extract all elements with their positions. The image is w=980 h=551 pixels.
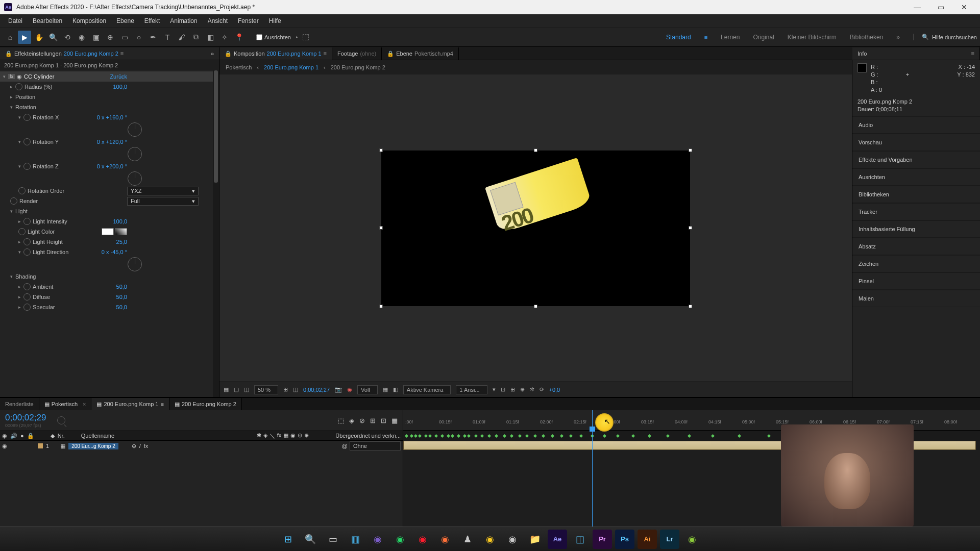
photoshop-icon[interactable]: Ps [615, 530, 634, 549]
keyframe[interactable] [440, 434, 444, 438]
anchor-tool-icon[interactable]: ⊕ [104, 31, 117, 44]
switch-col-icon[interactable]: ◉ [290, 432, 296, 440]
obs-icon[interactable]: ◉ [503, 530, 522, 549]
eraser-tool-icon[interactable]: ◧ [204, 31, 217, 44]
keyframe[interactable] [569, 434, 573, 438]
tl-tab-renderliste[interactable]: Renderliste [0, 398, 39, 410]
opera-icon[interactable]: ◉ [413, 530, 432, 549]
pixel-icon[interactable]: ▾ [493, 386, 496, 393]
keyframe[interactable] [418, 434, 422, 438]
app-icon[interactable]: ◫ [570, 530, 590, 549]
menu-datei[interactable]: Datei [3, 15, 28, 27]
stopwatch-icon[interactable] [23, 238, 31, 245]
premiere-icon[interactable]: Pr [593, 530, 612, 549]
keyframe[interactable] [711, 434, 715, 438]
whatsapp-icon[interactable]: ◉ [390, 530, 410, 549]
keyframe[interactable] [414, 434, 418, 438]
menu-animation[interactable]: Animation [165, 15, 202, 27]
transform-handle[interactable] [534, 148, 537, 152]
prop-rotation-x[interactable]: ▾Rotation X0 x +160,0 ° [0, 112, 219, 122]
transform-handle[interactable] [689, 226, 692, 230]
widgets-icon[interactable]: ▥ [346, 530, 365, 549]
tab-komposition[interactable]: 🔒 Komposition 200 Euro.png Komp 1 ≡ [219, 47, 332, 60]
color-icon[interactable]: ◉ [347, 386, 352, 393]
transform-handle[interactable] [379, 148, 383, 152]
accordion-audio[interactable]: Audio [852, 116, 980, 134]
breadcrumb-level1[interactable]: 200 Euro.png Komp 1 [264, 64, 318, 70]
3d-icon[interactable]: ◧ [393, 386, 398, 393]
tab-ebene[interactable]: 🔒 Ebene Pokertisch.mp4 [382, 47, 459, 60]
home-icon[interactable]: ⌂ [4, 31, 17, 44]
prop-light-direction[interactable]: ▾Light Direction0 x -45,0 ° [0, 247, 219, 257]
keyframe[interactable] [579, 434, 583, 438]
menu-komposition[interactable]: Komposition [67, 15, 111, 27]
rotation-y-dial[interactable] [128, 147, 142, 161]
switches-icon[interactable]: ▦ [391, 417, 398, 424]
views-select[interactable]: 1 Ansi... [456, 385, 487, 394]
orbit-tool-icon[interactable]: ⟲ [61, 31, 74, 44]
eyedropper-icon[interactable] [115, 228, 127, 235]
keyframe[interactable] [560, 434, 564, 438]
prop-light-height[interactable]: ▸Light Height25,0 [0, 237, 219, 247]
refresh-icon[interactable]: ⟳ [540, 386, 544, 393]
clone-tool-icon[interactable]: ⧉ [189, 31, 203, 44]
playhead[interactable] [592, 410, 593, 540]
keyframe[interactable] [434, 434, 438, 438]
graph-editor-icon[interactable]: ⊞ [370, 417, 376, 424]
selection-tool-icon[interactable]: ▶ [18, 31, 31, 44]
rotation-z-dial[interactable] [128, 171, 142, 186]
menu-ansicht[interactable]: Ansicht [203, 15, 233, 27]
tl-tab-komp1[interactable]: ▦200 Euro.png Komp 1≡ [91, 398, 169, 410]
transform-handle[interactable] [689, 305, 692, 308]
stopwatch-icon[interactable] [18, 187, 26, 194]
transform-handle[interactable] [379, 226, 383, 230]
chevron-left-icon[interactable]: ‹ [324, 64, 326, 70]
exposure-value[interactable]: +0,0 [549, 387, 560, 393]
canvas[interactable]: 200 [381, 151, 690, 306]
prop-ambient[interactable]: ▸Ambient50,0 [0, 282, 219, 292]
menu-bearbeiten[interactable]: Bearbeiten [28, 15, 67, 27]
stopwatch-icon[interactable] [23, 138, 31, 145]
breadcrumb-level2[interactable]: 200 Euro.png Komp 2 [331, 64, 385, 70]
switch-col-icon[interactable]: ◈ [263, 432, 267, 440]
always-preview-icon[interactable]: ✲ [530, 386, 534, 393]
keyframe[interactable] [631, 434, 635, 438]
pickwhip-icon[interactable]: @ [342, 443, 348, 449]
reset-link[interactable]: Zurück [110, 73, 127, 80]
layer-row[interactable]: ◉ 1 ▦ 200 Eur...g Komp 2 ⊕/fx @ Ohne [0, 441, 403, 451]
accordion-absatz[interactable]: Absatz [852, 238, 980, 255]
keyframe[interactable] [603, 434, 606, 438]
close-icon[interactable]: × [83, 401, 86, 407]
current-time[interactable]: 0;00;02;29 [5, 413, 46, 423]
keyframe[interactable] [487, 434, 491, 438]
composition-viewer[interactable]: 200 [219, 74, 852, 382]
keyframe[interactable] [525, 434, 529, 438]
prop-rotation-z[interactable]: ▾Rotation Z0 x +200,0 ° [0, 161, 219, 171]
prop-rotation[interactable]: ▾Rotation [0, 102, 219, 112]
breadcrumb-root[interactable]: Pokertisch [226, 64, 252, 70]
timeline-search-icon[interactable] [57, 416, 65, 424]
app-icon[interactable]: ◉ [682, 530, 702, 549]
effect-scrollbar[interactable] [213, 70, 219, 397]
accordion-vorschau[interactable]: Vorschau [852, 134, 980, 151]
lock-col-icon[interactable]: 🔒 [27, 433, 34, 439]
maximize-button[interactable]: ▭ [929, 0, 952, 14]
tab-overflow-icon[interactable]: » [211, 51, 214, 57]
start-icon[interactable]: ⊞ [278, 530, 298, 549]
app-icon[interactable]: ♟ [458, 530, 477, 549]
shy-icon[interactable]: ⬚ [338, 417, 344, 424]
workspace-overflow-icon[interactable]: » [896, 34, 900, 41]
mask-icon[interactable]: ▢ [234, 386, 239, 393]
illustrator-icon[interactable]: Ai [638, 530, 657, 549]
close-button[interactable]: ✕ [952, 0, 976, 14]
rotation-x-dial[interactable] [128, 122, 142, 137]
stopwatch-icon[interactable] [23, 283, 31, 290]
workspace-lernen[interactable]: Lernen [721, 34, 740, 41]
workspace-kleiner[interactable]: Kleiner Bildschirm [788, 34, 837, 41]
parent-select[interactable]: Ohne [350, 441, 401, 450]
stopwatch-icon[interactable] [18, 228, 26, 235]
pen-tool-icon[interactable]: ✒ [146, 31, 160, 44]
viewer-timecode[interactable]: 0;00;02;27 [303, 387, 330, 393]
menu-effekt[interactable]: Effekt [139, 15, 165, 27]
timeline-icon[interactable]: ⊞ [510, 386, 515, 393]
